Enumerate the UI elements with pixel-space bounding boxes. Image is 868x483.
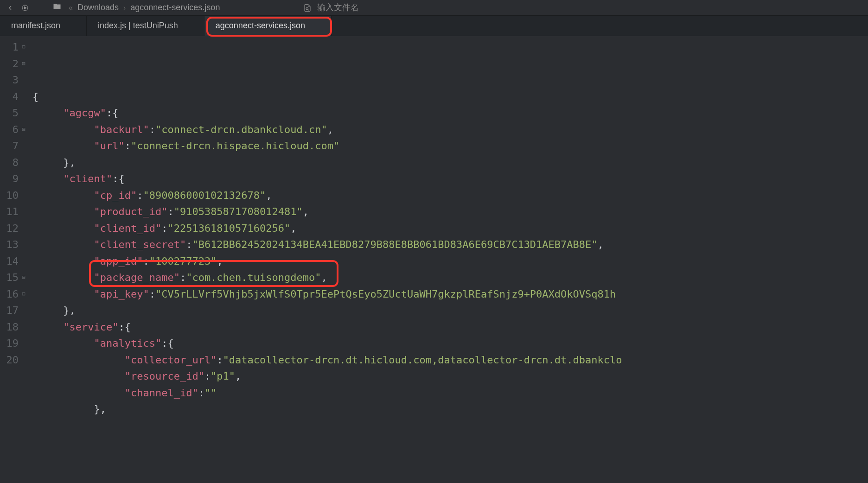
fold-icon[interactable]: ⊟ [20, 121, 27, 138]
line-number: 19 [0, 335, 27, 352]
line-number: 8 [0, 154, 27, 171]
code-line[interactable]: "api_key":"CV5rLLVrf5Vhjb5jxWlfS0Tpr5EeP… [32, 286, 622, 303]
search-input[interactable] [317, 3, 410, 13]
line-number: 16⊟ [0, 286, 27, 303]
code-line[interactable]: "resource_id":"p1", [32, 368, 622, 385]
line-number: 13 [0, 236, 27, 253]
back-icon[interactable] [5, 2, 16, 13]
code-line[interactable]: "channel_id":"" [32, 385, 622, 401]
svg-point-2 [306, 7, 308, 10]
folder-icon [53, 2, 61, 13]
line-number: 14 [0, 253, 27, 270]
line-number: 18 [0, 319, 27, 336]
fold-icon[interactable]: ⊟ [20, 56, 27, 72]
code-area[interactable]: { "agcgw":{ "backurl":"connect-drcn.dban… [31, 39, 622, 418]
code-line[interactable]: "package_name":"com.chen.tuisongdemo", [32, 269, 622, 286]
fold-icon[interactable]: ⊟ [20, 269, 27, 286]
code-line[interactable]: "client_secret":"B612BB62452024134BEA41E… [32, 236, 622, 253]
code-line[interactable]: "client":{ [32, 171, 622, 187]
code-line[interactable]: "cp_id":"890086000102132678", [32, 187, 622, 204]
line-number: 3 [0, 72, 27, 89]
line-number: 11 [0, 203, 27, 220]
code-line[interactable]: }, [32, 302, 622, 319]
tab-manifest[interactable]: manifest.json [0, 16, 87, 36]
line-number: 17 [0, 302, 27, 319]
line-number: 7 [0, 138, 27, 154]
code-line[interactable]: "service":{ [32, 319, 622, 336]
line-number: 1⊟ [0, 39, 27, 56]
line-number: 20 [0, 352, 27, 369]
code-line[interactable]: "agcgw":{ [32, 105, 622, 121]
editor[interactable]: 1⊟2⊟3456⊟789101112131415⊟16⊟17181920 { "… [0, 36, 868, 418]
toolbar: « Downloads › agconnect-services.json [0, 0, 868, 16]
fold-icon[interactable]: ⊟ [20, 286, 27, 303]
svg-line-3 [308, 9, 309, 10]
file-search[interactable] [303, 3, 410, 13]
code-line[interactable]: { [32, 89, 622, 105]
code-line[interactable]: }, [32, 401, 622, 418]
line-number: 4 [0, 89, 27, 105]
search-file-icon [303, 4, 312, 12]
code-line[interactable]: }, [32, 154, 622, 171]
tab-agconnect[interactable]: agconnect-services.json [204, 16, 332, 36]
code-line[interactable]: "product_id":"9105385871708012481", [32, 203, 622, 220]
line-number: 12 [0, 220, 27, 237]
chevron-icon: « [69, 4, 73, 12]
line-number: 10 [0, 187, 27, 204]
fold-icon[interactable]: ⊟ [20, 39, 27, 56]
line-number: 5 [0, 105, 27, 121]
svg-marker-1 [25, 6, 26, 9]
line-number: 9 [0, 171, 27, 187]
breadcrumb[interactable]: « Downloads › agconnect-services.json [53, 2, 220, 13]
line-number: 2⊟ [0, 56, 27, 72]
chevron-icon: › [123, 4, 126, 12]
code-line[interactable]: "client_id":"225136181057160256", [32, 220, 622, 237]
code-line[interactable]: "analytics":{ [32, 335, 622, 352]
gutter: 1⊟2⊟3456⊟789101112131415⊟16⊟17181920 [0, 39, 31, 418]
code-line[interactable]: "app_id":"100277723", [32, 253, 622, 270]
tab-index[interactable]: index.js | testUniPush [87, 16, 204, 36]
line-number: 6⊟ [0, 121, 27, 138]
code-line[interactable]: "collector_url":"datacollector-drcn.dt.h… [32, 352, 622, 369]
breadcrumb-item[interactable]: agconnect-services.json [130, 3, 220, 13]
code-line[interactable]: "backurl":"connect-drcn.dbankcloud.cn", [32, 121, 622, 138]
breadcrumb-item[interactable]: Downloads [77, 3, 119, 13]
code-line[interactable]: "url":"connect-drcn.hispace.hicloud.com" [32, 138, 622, 154]
tabs: manifest.json index.js | testUniPush agc… [0, 16, 868, 36]
line-number: 15⊟ [0, 269, 27, 286]
run-icon[interactable] [19, 2, 31, 13]
